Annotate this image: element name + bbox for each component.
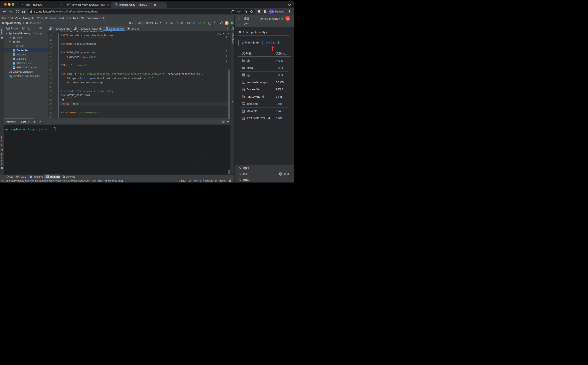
svg-text:git: git: [243, 74, 245, 76]
svg-text:MD: MD: [74, 29, 76, 30]
svg-text:MD: MD: [13, 63, 15, 65]
svg-text:MD: MD: [49, 29, 51, 30]
